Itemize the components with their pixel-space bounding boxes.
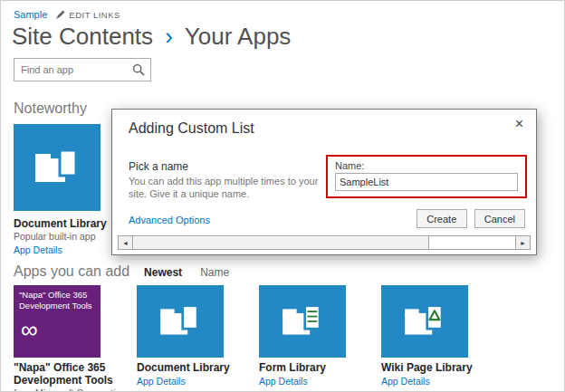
page-title-primary: Site Contents (12, 23, 153, 50)
edit-links-label: EDIT LINKS (69, 10, 120, 20)
adding-custom-list-dialog: Adding Custom List × Pick a name You can… (111, 109, 537, 255)
name-label: Name: (335, 160, 518, 171)
find-app-input[interactable] (14, 64, 132, 75)
scroll-right-icon[interactable]: ► (515, 236, 530, 249)
app-details-link[interactable]: App Details (14, 244, 62, 256)
site-link-sample[interactable]: Sample (14, 9, 47, 20)
noteworthy-app-caption: Document Library Popular built-in app Ap… (14, 217, 107, 256)
edit-links-button[interactable]: EDIT LINKS (56, 10, 120, 20)
scroll-left-icon[interactable]: ◄ (119, 236, 133, 249)
folder-form-icon (280, 303, 325, 339)
horizontal-scrollbar[interactable]: ◄ ► (118, 235, 531, 250)
sort-tab-newest[interactable]: Newest (144, 266, 182, 279)
sort-tabs: Newest Name (144, 266, 229, 279)
folder-wiki-icon (402, 303, 447, 339)
wiki-page-library-caption: Wiki Page Library App Details (381, 361, 473, 387)
page-title: Site Contents › Your Apps (12, 23, 291, 51)
wiki-page-library-tile[interactable] (381, 285, 468, 358)
app-subtitle: Popular built-in app (14, 230, 107, 243)
top-nav: Sample EDIT LINKS (14, 9, 120, 20)
app-subtitle: from Microsoft Corporation (14, 387, 126, 392)
advanced-options-link[interactable]: Advanced Options (129, 215, 210, 225)
app-name-line2: Development Tools (14, 374, 126, 387)
red-highlight-annotation: Name: (326, 155, 527, 198)
app-name: Document Library (137, 361, 230, 374)
form-library-caption: Form Library App Details (259, 361, 326, 387)
form-library-tile[interactable] (259, 285, 346, 358)
visual-studio-logo-icon: ∞ (21, 319, 38, 340)
napa-tile-text: "Napa" Office 365 Development Tools (19, 290, 95, 311)
apps-heading: Apps you can add (14, 263, 129, 280)
scrollbar-track[interactable] (429, 236, 515, 249)
app-name: Form Library (259, 361, 326, 374)
app-details-link[interactable]: App Details (137, 375, 186, 387)
folder-document-icon (158, 303, 203, 339)
apps-section-header: Apps you can add Newest Name (14, 263, 229, 280)
page-title-secondary: Your Apps (185, 23, 292, 50)
sort-tab-name[interactable]: Name (200, 266, 229, 279)
folder-document-icon (33, 148, 81, 187)
search-icon[interactable] (132, 63, 145, 76)
pencil-icon (56, 10, 65, 19)
noteworthy-document-library-tile[interactable] (14, 124, 101, 211)
pick-a-name-heading: Pick a name (129, 160, 188, 173)
app-name: Document Library (14, 217, 107, 230)
cancel-button[interactable]: Cancel (474, 209, 525, 228)
document-library-caption: Document Library App Details (137, 361, 230, 387)
app-name: Wiki Page Library (381, 361, 473, 374)
pick-a-name-description: You can add this app multiple times to y… (129, 175, 339, 200)
site-contents-page: Sample EDIT LINKS Site Contents › Your A… (0, 0, 565, 392)
find-app-search-box (14, 58, 151, 81)
breadcrumb-arrow-icon: › (165, 23, 173, 50)
dialog-buttons: Create Cancel (417, 209, 525, 228)
app-details-link[interactable]: App Details (259, 375, 308, 387)
dialog-title: Adding Custom List (129, 120, 254, 137)
create-button[interactable]: Create (417, 209, 467, 228)
napa-caption: "Napa" Office 365 Development Tools from… (14, 361, 126, 392)
list-name-input[interactable] (335, 173, 518, 191)
app-name-line1: "Napa" Office 365 (14, 361, 126, 374)
app-details-link[interactable]: App Details (381, 375, 430, 387)
scrollbar-thumb[interactable] (133, 236, 429, 249)
document-library-tile[interactable] (137, 285, 224, 358)
close-icon[interactable]: × (512, 115, 527, 133)
noteworthy-heading: Noteworthy (14, 100, 87, 117)
napa-office365-tile[interactable]: "Napa" Office 365 Development Tools ∞ (14, 285, 101, 358)
